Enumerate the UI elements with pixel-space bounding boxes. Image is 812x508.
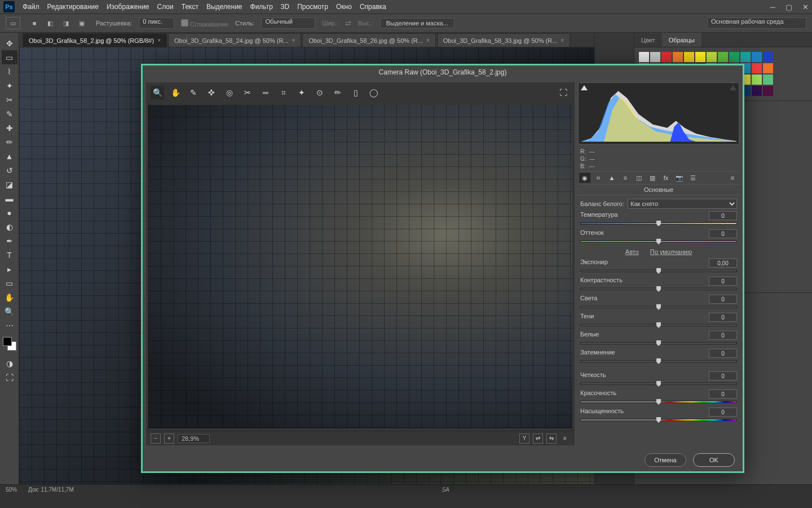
swatch[interactable]: [752, 52, 762, 62]
ok-button[interactable]: OK: [693, 453, 735, 467]
camera-tab-icon[interactable]: 📷: [674, 173, 685, 183]
stamp-tool-icon[interactable]: ▲: [2, 149, 17, 163]
redeye-icon[interactable]: ⊙: [313, 86, 326, 99]
highlights-slider[interactable]: [580, 306, 737, 308]
swatch[interactable]: [650, 52, 660, 62]
eraser-tool-icon[interactable]: ◪: [2, 177, 17, 191]
screenmode-icon[interactable]: ⛶: [2, 370, 17, 384]
select-and-mask-button[interactable]: Выделение и маска...: [380, 18, 454, 28]
default-link[interactable]: По умолчанию: [650, 248, 692, 255]
status-zoom[interactable]: 50%: [6, 487, 17, 493]
close-icon[interactable]: ×: [292, 37, 295, 43]
crop-icon[interactable]: ✂: [241, 86, 254, 99]
radial-filter-icon[interactable]: ◯: [367, 86, 381, 99]
menu-view[interactable]: Просмотр: [297, 3, 328, 11]
vibrance-input[interactable]: [709, 389, 737, 398]
type-tool-icon[interactable]: T: [2, 248, 17, 262]
swatch[interactable]: [729, 52, 739, 62]
close-icon[interactable]: ×: [157, 37, 161, 43]
basic-tab-icon[interactable]: ◉: [579, 173, 590, 183]
document-tab[interactable]: Oboi_3D_Grafika_58_26.jpg @ 50% (R...×: [302, 33, 435, 47]
menu-edit[interactable]: Редактирование: [47, 3, 99, 11]
sel-new-icon[interactable]: ■: [27, 17, 42, 29]
color-fg-bg[interactable]: [3, 337, 16, 351]
document-tab[interactable]: Oboi_3D_Grafika_58_33.jpg @ 50% (R...×: [437, 33, 570, 47]
hand-tool-icon[interactable]: ✋: [2, 290, 17, 304]
swatch[interactable]: [763, 52, 773, 62]
swatch[interactable]: [763, 86, 773, 96]
split-tab-icon[interactable]: ◫: [633, 173, 645, 183]
temperature-slider[interactable]: [580, 222, 737, 225]
lens-tab-icon[interactable]: ▥: [647, 173, 658, 183]
document-tab[interactable]: Oboi_3D_Grafika_58_2.jpg @ 50% (RGB/8#)×: [23, 33, 167, 47]
tint-slider[interactable]: [580, 240, 737, 243]
healing-tool-icon[interactable]: ✚: [2, 121, 17, 135]
zoom-icon[interactable]: 🔍: [151, 86, 164, 99]
menu-select[interactable]: Выделение: [206, 3, 242, 11]
pen-tool-icon[interactable]: ✒: [2, 234, 17, 248]
spot-removal-icon[interactable]: ✦: [295, 86, 308, 99]
swatch[interactable]: [752, 86, 762, 96]
win-close-icon[interactable]: ✕: [802, 3, 809, 11]
swatch[interactable]: [707, 52, 717, 62]
exposure-input[interactable]: [709, 259, 737, 268]
before-after-y-icon[interactable]: Y: [519, 433, 529, 444]
tab-swatches[interactable]: Образцы: [662, 33, 701, 47]
document-tab[interactable]: Oboi_3D_Grafika_58_24.jpg @ 50% (R...×: [168, 33, 301, 47]
curve-tab-icon[interactable]: ⌗: [593, 173, 604, 183]
menu-type[interactable]: Текст: [182, 3, 198, 11]
hand-icon[interactable]: ✋: [169, 86, 182, 99]
swatch[interactable]: [740, 52, 751, 62]
grad-filter-icon[interactable]: ▯: [349, 86, 363, 99]
shadows-input[interactable]: [709, 313, 737, 322]
shadows-slider[interactable]: [580, 324, 737, 326]
contrast-slider[interactable]: [580, 288, 737, 290]
camera-raw-preview[interactable]: [148, 105, 572, 428]
before-after-swap-icon[interactable]: ⇄: [533, 433, 543, 444]
menu-image[interactable]: Изображение: [107, 3, 149, 11]
zoom-out-icon[interactable]: −: [151, 433, 161, 444]
swatch[interactable]: [752, 75, 762, 85]
menu-help[interactable]: Справка: [360, 3, 386, 11]
zoom-level-select[interactable]: 28,9%: [178, 434, 210, 443]
quickmask-icon[interactable]: ◑: [2, 356, 17, 370]
menu-3d[interactable]: 3D: [281, 3, 289, 11]
workspace-select[interactable]: Основная рабочая среда: [707, 17, 806, 29]
gradient-tool-icon[interactable]: ▬: [2, 191, 17, 205]
tint-input[interactable]: [709, 229, 737, 238]
swatch[interactable]: [673, 52, 683, 62]
shape-tool-icon[interactable]: ▭: [2, 276, 17, 290]
detail-tab-icon[interactable]: ▲: [606, 173, 617, 183]
auto-link[interactable]: Авто: [625, 248, 639, 255]
brush-tool-icon[interactable]: ✏: [2, 135, 17, 149]
clarity-input[interactable]: [709, 371, 737, 380]
zoom-in-icon[interactable]: +: [164, 433, 174, 444]
swatch[interactable]: [684, 52, 694, 62]
menu-layers[interactable]: Слои: [157, 3, 174, 11]
marquee-tool-icon[interactable]: ▭: [2, 50, 17, 64]
transform-icon[interactable]: ⌗: [277, 86, 290, 99]
adjust-brush-icon[interactable]: ✏: [331, 86, 345, 99]
fullscreen-icon[interactable]: ⛶: [557, 86, 570, 99]
cancel-button[interactable]: Отмена: [645, 453, 686, 467]
dodge-tool-icon[interactable]: ◐: [2, 220, 17, 234]
crop-tool-icon[interactable]: ✂: [2, 93, 17, 107]
temperature-input[interactable]: [709, 211, 737, 220]
sel-intersect-icon[interactable]: ▣: [74, 17, 89, 29]
menu-filter[interactable]: Фильтр: [250, 3, 273, 11]
more-tools-icon[interactable]: ⋯: [2, 318, 17, 332]
blur-tool-icon[interactable]: ●: [2, 205, 17, 220]
tab-color[interactable]: Цвет: [634, 33, 662, 47]
presets-tab-icon[interactable]: ☰: [687, 173, 699, 183]
win-minimize-icon[interactable]: ─: [770, 3, 775, 11]
whites-slider[interactable]: [580, 342, 737, 344]
saturation-slider[interactable]: [580, 419, 737, 421]
swatch[interactable]: [718, 52, 728, 62]
hsl-tab-icon[interactable]: ≡: [620, 173, 631, 183]
lasso-tool-icon[interactable]: ⌇: [2, 64, 17, 78]
white-balance-select[interactable]: Как снято: [628, 199, 737, 209]
swatch[interactable]: [661, 52, 672, 62]
menu-file[interactable]: Файл: [23, 3, 39, 11]
contrast-input[interactable]: [709, 277, 737, 286]
blacks-slider[interactable]: [580, 360, 737, 362]
